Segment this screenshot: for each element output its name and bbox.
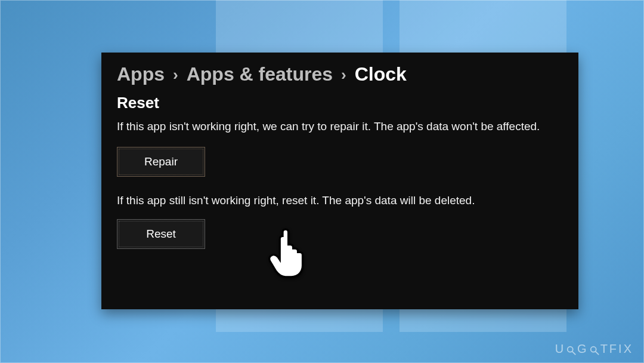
reset-button[interactable]: Reset [117, 219, 205, 249]
settings-panel: Apps › Apps & features › Clock Reset If … [101, 53, 578, 309]
hand-cursor-icon [268, 227, 306, 279]
watermark-mid: G [577, 342, 589, 356]
svg-line-7 [595, 351, 598, 354]
watermark: U G TFIX [555, 342, 633, 356]
magnify-icon [589, 345, 600, 356]
breadcrumb-apps[interactable]: Apps [117, 63, 165, 85]
watermark-prefix: U [555, 342, 565, 356]
chevron-right-icon: › [173, 67, 178, 82]
watermark-suffix: TFIX [600, 342, 633, 356]
repair-button[interactable]: Repair [117, 147, 205, 177]
chevron-right-icon: › [341, 67, 346, 82]
svg-line-5 [572, 351, 575, 354]
breadcrumb-current: Clock [355, 63, 407, 85]
reset-description: If this app still isn't working right, r… [117, 192, 563, 209]
magnify-icon [566, 345, 577, 356]
repair-description: If this app isn't working right, we can … [117, 118, 552, 135]
svg-point-4 [568, 346, 573, 352]
svg-point-6 [590, 346, 596, 352]
breadcrumb-apps-features[interactable]: Apps & features [187, 63, 333, 85]
section-title-reset: Reset [117, 94, 563, 112]
breadcrumb: Apps › Apps & features › Clock [117, 63, 563, 85]
